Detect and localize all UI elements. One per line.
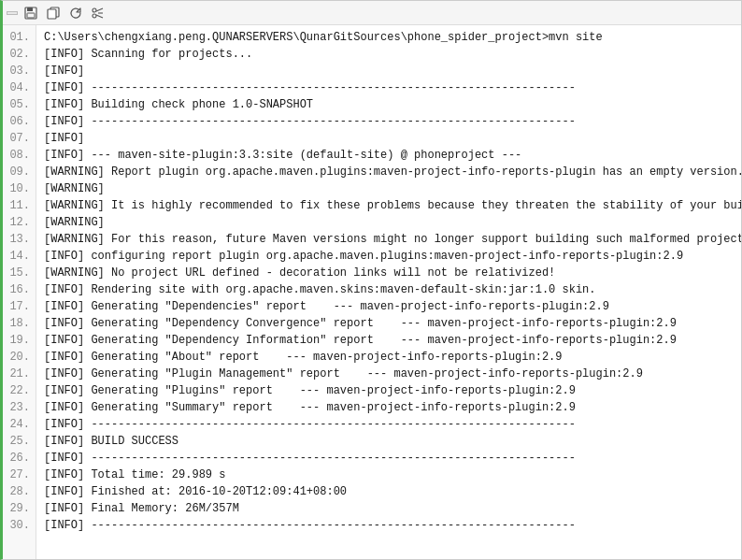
line-number: 05. — [3, 96, 36, 113]
code-line: [INFO] Generating "Dependencies" report … — [44, 298, 734, 315]
code-line: [WARNING] No project URL defined - decor… — [44, 265, 734, 281]
line-number: 10. — [3, 180, 36, 197]
line-number: 22. — [3, 382, 36, 399]
code-line: [INFO] Total time: 29.989 s — [44, 467, 734, 483]
svg-point-5 — [93, 8, 96, 12]
svg-line-8 — [96, 15, 103, 18]
line-number: 24. — [3, 416, 36, 433]
line-number: 25. — [3, 433, 36, 450]
copy-button[interactable] — [44, 4, 63, 22]
code-line: [INFO] ---------------------------------… — [44, 450, 734, 467]
line-number: 14. — [3, 248, 36, 265]
line-number: 02. — [3, 46, 36, 63]
code-content[interactable]: C:\Users\chengxiang.peng.QUNARSERVERS\Qu… — [36, 25, 741, 559]
code-line: [INFO] Generating "Dependency Convergenc… — [44, 315, 734, 332]
line-number: 16. — [3, 281, 36, 298]
line-number: 29. — [3, 500, 36, 517]
code-line: [INFO] — [44, 130, 734, 147]
refresh-button[interactable] — [66, 4, 85, 22]
svg-rect-4 — [48, 9, 56, 19]
line-number: 17. — [3, 298, 36, 315]
line-number: 04. — [3, 79, 36, 96]
save-button[interactable] — [21, 4, 40, 22]
code-line: [INFO] Generating "Plugin Management" re… — [44, 366, 734, 382]
line-number: 27. — [3, 467, 36, 483]
code-line: [WARNING] It is highly recommended to fi… — [44, 197, 734, 214]
code-line: [INFO] Generating "Summary" report --- m… — [44, 399, 734, 416]
code-line: [INFO] BUILD SUCCESS — [44, 433, 734, 450]
line-number: 30. — [3, 517, 36, 534]
line-number: 15. — [3, 265, 36, 281]
svg-rect-1 — [27, 7, 33, 11]
code-line: [INFO] ---------------------------------… — [44, 113, 734, 130]
line-number: 20. — [3, 349, 36, 366]
code-line: [INFO] ---------------------------------… — [44, 517, 734, 534]
editor-container: 01.02.03.04.05.06.07.08.09.10.11.12.13.1… — [0, 0, 742, 560]
code-line: [WARNING] — [44, 180, 734, 197]
line-number: 28. — [3, 483, 36, 500]
content-area: 01.02.03.04.05.06.07.08.09.10.11.12.13.1… — [3, 25, 741, 559]
code-line: [INFO] ---------------------------------… — [44, 79, 734, 96]
plain-badge — [7, 11, 18, 15]
line-number: 08. — [3, 147, 36, 164]
code-line: [INFO] Building check phone 1.0-SNAPSHOT — [44, 96, 734, 113]
toolbar — [3, 1, 741, 25]
code-line: [INFO] Final Memory: 26M/357M — [44, 500, 734, 517]
code-line: [INFO] — [44, 63, 734, 79]
line-number: 21. — [3, 366, 36, 382]
line-number: 12. — [3, 214, 36, 231]
code-line: [INFO] ---------------------------------… — [44, 416, 734, 433]
svg-line-7 — [96, 8, 103, 11]
code-line: [INFO] Scanning for projects... — [44, 46, 734, 63]
code-line: [WARNING] — [44, 214, 734, 231]
code-line: [INFO] Finished at: 2016-10-20T12:09:41+… — [44, 483, 734, 500]
code-line: [INFO] Rendering site with org.apache.ma… — [44, 281, 734, 298]
line-number: 01. — [3, 29, 36, 46]
line-number: 11. — [3, 197, 36, 214]
line-number: 09. — [3, 164, 36, 180]
line-number: 07. — [3, 130, 36, 147]
scissors-button[interactable] — [89, 4, 107, 22]
line-numbers: 01.02.03.04.05.06.07.08.09.10.11.12.13.1… — [3, 25, 36, 559]
code-line: [INFO] Generating "Plugins" report --- m… — [44, 382, 734, 399]
line-number: 13. — [3, 231, 36, 248]
code-line: [INFO] configuring report plugin org.apa… — [44, 248, 734, 265]
code-line: [INFO] Generating "Dependency Informatio… — [44, 332, 734, 349]
code-line: C:\Users\chengxiang.peng.QUNARSERVERS\Qu… — [44, 29, 734, 46]
svg-point-6 — [93, 14, 96, 18]
line-number: 18. — [3, 315, 36, 332]
line-number: 03. — [3, 63, 36, 79]
line-number: 06. — [3, 113, 36, 130]
code-line: [INFO] Generating "About" report --- mav… — [44, 349, 734, 366]
line-number: 26. — [3, 450, 36, 467]
code-line: [INFO] --- maven-site-plugin:3.3:site (d… — [44, 147, 734, 164]
code-line: [WARNING] Report plugin org.apache.maven… — [44, 164, 734, 180]
code-line: [WARNING] For this reason, future Maven … — [44, 231, 734, 248]
line-number: 19. — [3, 332, 36, 349]
svg-rect-2 — [27, 13, 35, 18]
line-number: 23. — [3, 399, 36, 416]
